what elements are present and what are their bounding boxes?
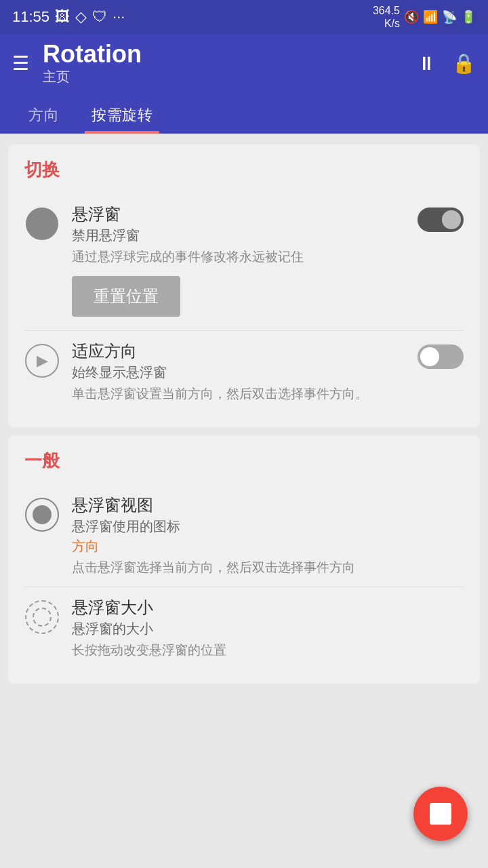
app-title-block: Rotation 主页 bbox=[43, 41, 142, 86]
tab-direction[interactable]: 方向 bbox=[12, 97, 75, 134]
app-bar-actions: ⏸ 🔒 bbox=[417, 52, 476, 75]
content: 切换 悬浮窗 禁用悬浮窗 通过悬浮球完成的事件修改将永远被记住 重置位置 ▶ bbox=[0, 134, 488, 694]
floating-window-toggle-thumb bbox=[442, 210, 461, 229]
floating-view-title: 悬浮窗视图 bbox=[72, 494, 464, 516]
floating-window-row: 悬浮窗 禁用悬浮窗 通过悬浮球完成的事件修改将永远被记住 重置位置 bbox=[24, 194, 464, 331]
floating-window-body: 悬浮窗 禁用悬浮窗 通过悬浮球完成的事件修改将永远被记住 重置位置 bbox=[72, 203, 405, 321]
dots-icon: ··· bbox=[113, 8, 125, 26]
floating-view-row: 悬浮窗视图 悬浮窗使用的图标 方向 点击悬浮窗选择当前方向，然后双击选择事件方向 bbox=[24, 485, 464, 587]
floating-view-subtitle: 悬浮窗使用的图标 bbox=[72, 517, 464, 536]
app-title: Rotation bbox=[43, 41, 142, 68]
radio-icon bbox=[25, 498, 59, 532]
general-section-title: 一般 bbox=[24, 449, 464, 473]
toggle-section-card: 切换 悬浮窗 禁用悬浮窗 通过悬浮球完成的事件修改将永远被记住 重置位置 ▶ bbox=[8, 144, 480, 427]
floating-size-desc: 长按拖动改变悬浮窗的位置 bbox=[72, 641, 464, 660]
circle-icon bbox=[26, 208, 58, 240]
app-bar-left: ☰ Rotation 主页 bbox=[12, 41, 142, 86]
floating-window-title: 悬浮窗 bbox=[72, 203, 405, 225]
floating-size-title: 悬浮窗大小 bbox=[72, 597, 464, 618]
floating-size-icon bbox=[24, 599, 60, 635]
app-bar-top: ☰ Rotation 主页 ⏸ 🔒 bbox=[12, 41, 476, 92]
floating-window-icon bbox=[24, 206, 60, 241]
floating-window-toggle-track[interactable] bbox=[418, 208, 464, 232]
floating-window-toggle[interactable] bbox=[418, 208, 464, 232]
shield-icon: 🛡 bbox=[92, 8, 107, 26]
app-bar: ☰ Rotation 主页 ⏸ 🔒 方向 按需旋转 bbox=[0, 34, 488, 134]
radio-inner bbox=[33, 505, 52, 524]
tabs: 方向 按需旋转 bbox=[12, 97, 476, 134]
dashed-radio-icon bbox=[25, 600, 59, 634]
pause-button[interactable]: ⏸ bbox=[417, 52, 436, 75]
floating-window-desc: 通过悬浮球完成的事件修改将永远被记住 bbox=[72, 248, 405, 267]
battery-icon: 🔋 bbox=[461, 9, 476, 24]
adapt-direction-toggle-thumb bbox=[420, 347, 439, 366]
play-circle-icon: ▶ bbox=[25, 344, 59, 378]
reset-position-button[interactable]: 重置位置 bbox=[72, 276, 180, 317]
adapt-direction-row: ▶ 适应方向 始终显示悬浮窗 单击悬浮窗设置当前方向，然后双击选择事件方向。 bbox=[24, 330, 464, 414]
tab-on-demand[interactable]: 按需旋转 bbox=[75, 97, 169, 134]
status-bar: 11:55 🖼 ◇ 🛡 ··· 364.5K/s 🔇 📶 📡 🔋 bbox=[0, 0, 488, 34]
dashed-radio-inner bbox=[33, 608, 52, 627]
floating-view-body: 悬浮窗视图 悬浮窗使用的图标 方向 点击悬浮窗选择当前方向，然后双击选择事件方向 bbox=[72, 494, 464, 578]
floating-view-subtitle-red: 方向 bbox=[72, 537, 464, 555]
floating-size-row: 悬浮窗大小 悬浮窗的大小 长按拖动改变悬浮窗的位置 bbox=[24, 587, 464, 670]
lock-button[interactable]: 🔒 bbox=[452, 52, 476, 75]
adapt-direction-desc: 单击悬浮窗设置当前方向，然后双击选择事件方向。 bbox=[72, 384, 405, 404]
image-icon: 🖼 bbox=[55, 8, 70, 26]
adapt-direction-icon: ▶ bbox=[24, 343, 60, 378]
floating-window-subtitle: 禁用悬浮窗 bbox=[72, 226, 405, 245]
general-section-card: 一般 悬浮窗视图 悬浮窗使用的图标 方向 点击悬浮窗选择当前方向，然后双击选择事… bbox=[8, 435, 480, 684]
signal-icon: 📡 bbox=[442, 9, 457, 24]
floating-view-desc: 点击悬浮窗选择当前方向，然后双击选择事件方向 bbox=[72, 558, 464, 578]
adapt-direction-title: 适应方向 bbox=[72, 340, 405, 362]
menu-icon[interactable]: ☰ bbox=[12, 52, 29, 75]
speed-indicator: 364.5K/s bbox=[373, 4, 400, 30]
adapt-direction-toggle-track[interactable] bbox=[418, 344, 464, 369]
status-time: 11:55 bbox=[12, 8, 49, 26]
diamond-icon: ◇ bbox=[75, 8, 87, 26]
app-subtitle: 主页 bbox=[43, 68, 142, 86]
floating-size-subtitle: 悬浮窗的大小 bbox=[72, 620, 464, 638]
floating-view-icon bbox=[24, 497, 60, 532]
adapt-direction-toggle[interactable] bbox=[418, 344, 464, 369]
floating-size-body: 悬浮窗大小 悬浮窗的大小 长按拖动改变悬浮窗的位置 bbox=[72, 597, 464, 660]
adapt-direction-subtitle: 始终显示悬浮窗 bbox=[72, 363, 405, 382]
stop-fab[interactable] bbox=[413, 787, 468, 841]
wifi-icon: 📶 bbox=[423, 9, 438, 24]
mute-icon: 🔇 bbox=[404, 9, 419, 24]
toggle-section-title: 切换 bbox=[24, 158, 464, 182]
stop-icon bbox=[430, 803, 451, 825]
status-right: 364.5K/s 🔇 📶 📡 🔋 bbox=[373, 4, 476, 30]
status-left: 11:55 🖼 ◇ 🛡 ··· bbox=[12, 8, 125, 26]
adapt-direction-body: 适应方向 始终显示悬浮窗 单击悬浮窗设置当前方向，然后双击选择事件方向。 bbox=[72, 340, 405, 404]
